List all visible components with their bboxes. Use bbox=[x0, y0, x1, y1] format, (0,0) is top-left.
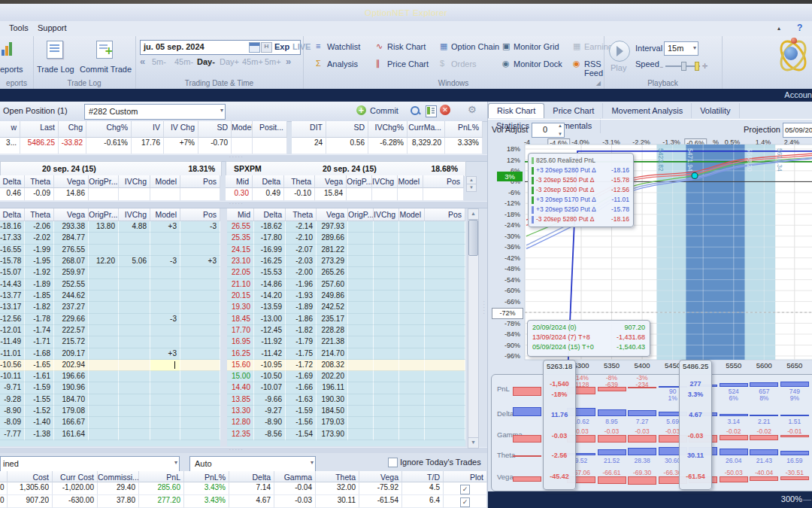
grid-cell[interactable] bbox=[150, 406, 180, 417]
grid-cell[interactable]: -8.90 bbox=[0, 406, 25, 417]
commit-button[interactable]: +Commit bbox=[356, 104, 400, 118]
grid-cell[interactable]: -11.01 bbox=[0, 348, 25, 360]
chain-scrollbar-thumb[interactable] bbox=[468, 220, 478, 256]
grid-cell[interactable] bbox=[399, 382, 425, 394]
grid-cell[interactable] bbox=[425, 221, 465, 233]
grid-cell[interactable]: -14.86 bbox=[254, 279, 286, 291]
grid-cell[interactable] bbox=[150, 325, 180, 336]
grid-cell[interactable]: -1.40 bbox=[25, 417, 54, 428]
grid-cell[interactable]: -14.43 bbox=[0, 279, 25, 291]
grid-cell[interactable] bbox=[150, 417, 180, 428]
grid-cell[interactable]: -11.92 bbox=[254, 336, 286, 348]
grid-cell[interactable]: 281.22 bbox=[317, 245, 348, 256]
grid-cell[interactable] bbox=[150, 360, 180, 371]
grid-cell[interactable] bbox=[150, 429, 180, 440]
grid-cell[interactable]: 276.55 bbox=[54, 245, 89, 256]
grid-cell[interactable]: 297.93 bbox=[317, 221, 348, 233]
nav-Day-[interactable]: Day- bbox=[197, 57, 215, 66]
chain-scroll-down[interactable]: ▼ bbox=[468, 437, 479, 449]
expand-date-icon[interactable]: H bbox=[261, 42, 272, 53]
grid-cell[interactable] bbox=[374, 429, 399, 440]
grid-cell[interactable] bbox=[374, 360, 399, 371]
grid-cell[interactable]: -9.71 bbox=[0, 382, 25, 394]
grid-cell[interactable] bbox=[374, 302, 399, 313]
grid-cell[interactable] bbox=[348, 417, 374, 428]
grid-cell[interactable]: -16.55 bbox=[0, 245, 25, 256]
grid-cell[interactable] bbox=[425, 417, 465, 428]
grid-cell[interactable]: 16.25 bbox=[227, 348, 254, 360]
grid-cell[interactable]: -17.33 bbox=[0, 233, 25, 244]
grid-cell[interactable] bbox=[119, 314, 150, 325]
grid-cell[interactable]: 265.26 bbox=[317, 267, 348, 278]
grid-cell[interactable] bbox=[399, 245, 425, 256]
grid-cell[interactable]: 268.07 bbox=[54, 256, 89, 267]
play-button[interactable] bbox=[609, 41, 630, 62]
splitter[interactable]: ∙∙∙∙∙ bbox=[0, 201, 487, 208]
grid-cell[interactable] bbox=[348, 291, 374, 302]
grid-cell[interactable]: -15.78 bbox=[0, 256, 25, 267]
grid-cell[interactable] bbox=[89, 382, 119, 394]
grid-cell[interactable] bbox=[374, 325, 399, 336]
grid-cell[interactable] bbox=[425, 279, 465, 291]
grid-cell[interactable] bbox=[180, 360, 220, 371]
grid-cell[interactable]: 202.94 bbox=[54, 360, 89, 371]
grid-cell[interactable]: -1.52 bbox=[25, 406, 54, 417]
grid-cell[interactable] bbox=[348, 336, 374, 348]
grid-cell[interactable]: -10.50 bbox=[254, 371, 286, 382]
grid-cell[interactable] bbox=[119, 245, 150, 256]
grid-cell[interactable] bbox=[89, 279, 119, 291]
grid-cell[interactable]: 173.90 bbox=[317, 429, 348, 440]
plot-checkbox[interactable]: ✓ bbox=[460, 485, 470, 494]
grid-cell[interactable]: 21.10 bbox=[227, 279, 254, 291]
grid-cell[interactable]: 18.45 bbox=[227, 314, 254, 325]
grid-cell[interactable]: 209.17 bbox=[54, 348, 89, 360]
grid-cell[interactable]: -1.72 bbox=[286, 360, 317, 371]
vol-adjust-spinner[interactable]: 0▲▼ bbox=[532, 123, 565, 138]
grid-cell[interactable]: -1.99 bbox=[25, 245, 54, 256]
grid-cell[interactable] bbox=[399, 429, 425, 440]
grid-cell[interactable] bbox=[425, 302, 465, 313]
grid-cell[interactable] bbox=[89, 417, 119, 428]
grid-cell[interactable] bbox=[180, 394, 220, 406]
grid-cell[interactable] bbox=[399, 325, 425, 336]
tab-risk-chart[interactable]: Risk Chart bbox=[488, 103, 544, 118]
grid-cell[interactable] bbox=[89, 267, 119, 278]
grid-cell[interactable]: -1.89 bbox=[286, 302, 317, 313]
grid-cell[interactable] bbox=[150, 245, 180, 256]
grid-cell[interactable]: -8.09 bbox=[0, 417, 25, 428]
grid-cell[interactable] bbox=[348, 382, 374, 394]
grid-cell[interactable]: 284.77 bbox=[54, 233, 89, 244]
nav-5m-[interactable]: 5m- bbox=[152, 57, 166, 66]
grid-cell[interactable]: 12.35 bbox=[227, 429, 254, 440]
grid-cell[interactable]: 273.29 bbox=[317, 256, 348, 267]
windows-item-watchlist[interactable]: Watchlist bbox=[327, 42, 360, 51]
grid-cell[interactable] bbox=[180, 291, 220, 302]
settings-gear-icon[interactable]: ⚙ bbox=[468, 104, 480, 116]
grid-cell[interactable]: -12.01 bbox=[0, 325, 25, 336]
grid-cell[interactable] bbox=[374, 256, 399, 267]
grid-cell[interactable]: -3 bbox=[150, 314, 180, 325]
grid-cell[interactable]: -1.71 bbox=[25, 336, 54, 348]
grid-cell[interactable]: -1.59 bbox=[25, 382, 54, 394]
grid-cell[interactable] bbox=[180, 382, 220, 394]
grid-cell[interactable] bbox=[180, 417, 220, 428]
grid-cell[interactable]: 12.20 bbox=[89, 256, 119, 267]
grid-cell[interactable] bbox=[348, 406, 374, 417]
grid-cell[interactable]: 22.05 bbox=[227, 267, 254, 278]
grid-cell[interactable] bbox=[150, 302, 180, 313]
grid-cell[interactable]: -8.90 bbox=[254, 417, 286, 428]
grid-cell[interactable]: -1.38 bbox=[25, 429, 54, 440]
mode-selector[interactable]: Auto▾ bbox=[189, 456, 316, 472]
grid-cell[interactable]: 221.38 bbox=[317, 336, 348, 348]
speed-minus-icon[interactable]: − bbox=[659, 63, 663, 71]
windows-item-analysis[interactable]: Analysis bbox=[327, 59, 358, 68]
strategy-selector[interactable]: ined▾ bbox=[0, 456, 180, 472]
help-icon[interactable]: ? bbox=[797, 23, 802, 33]
grid-cell[interactable]: -9.28 bbox=[0, 394, 25, 406]
grid-cell[interactable] bbox=[399, 371, 425, 382]
grid-cell[interactable]: -14.20 bbox=[254, 291, 286, 302]
grid-cell[interactable] bbox=[89, 314, 119, 325]
windows-item-monitor-dock[interactable]: Monitor Dock bbox=[514, 59, 562, 68]
plot-checkbox[interactable]: ✓ bbox=[460, 497, 470, 507]
grid-cell[interactable]: 259.97 bbox=[54, 267, 89, 278]
